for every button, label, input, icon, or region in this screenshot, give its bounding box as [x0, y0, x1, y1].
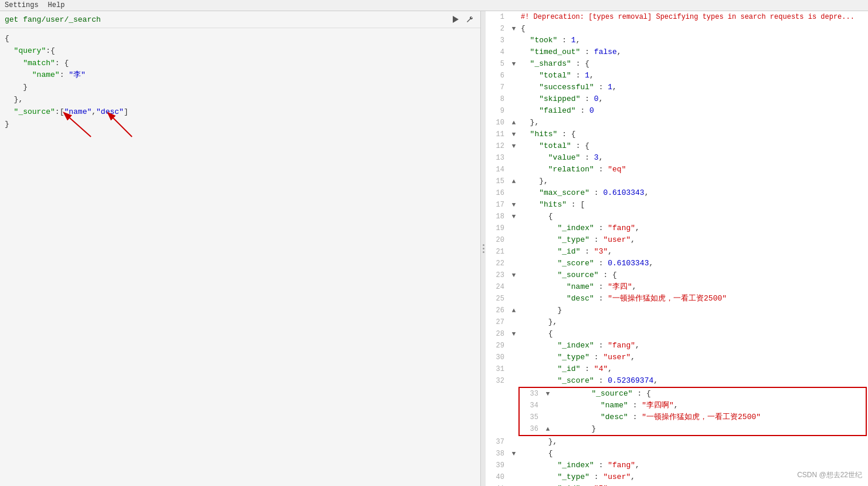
wrench-icon[interactable]: [464, 14, 476, 25]
json-line-34: 34 "name" : "李四啊",: [520, 400, 866, 411]
json-line-19: 19 "_index" : "fang",: [486, 222, 868, 234]
deprecation-text: #! Deprecation: [types removal] Specifyi…: [518, 11, 868, 23]
right-panel: 1 #! Deprecation: [types removal] Specif…: [486, 11, 868, 486]
json-line-16: 16 "max_score" : 0.6103343,: [486, 187, 868, 199]
help-menu[interactable]: Help: [48, 1, 65, 9]
settings-menu[interactable]: Settings: [5, 1, 39, 9]
json-line-11: 11 ▼ "hits" : {: [486, 129, 868, 140]
json-line-15: 15 ▲ },: [486, 176, 868, 187]
url-bar: get fang/user/_search: [0, 11, 480, 28]
json-line-38: 38 ▼ {: [486, 448, 868, 460]
divider-dots: [483, 244, 484, 253]
json-line-14: 14 "relation" : "eq": [486, 164, 868, 176]
json-line-1: 1 #! Deprecation: [types removal] Specif…: [486, 11, 868, 23]
request-url: get fang/user/_search: [5, 15, 447, 24]
code-line-4: "name": "李": [5, 69, 476, 82]
json-line-22: 22 "_score" : 0.6103343,: [486, 258, 868, 269]
json-line-29: 29 "_index" : "fang",: [486, 340, 868, 352]
code-line-7: "_source":["name","desc"]: [5, 106, 476, 119]
json-line-23: 23 ▼ "_source" : {: [486, 269, 868, 281]
json-line-18: 18 ▼ {: [486, 211, 868, 222]
json-line-24: 24 "name" : "李四",: [486, 281, 868, 293]
code-line-5: }: [5, 82, 476, 94]
json-line-13: 13 "value" : 3,: [486, 152, 868, 164]
json-line-37: 37 },: [486, 436, 868, 448]
json-line-30: 30 "_type" : "user",: [486, 352, 868, 363]
code-editor[interactable]: { "query":{ "match": { "name": "李" } }, …: [0, 28, 480, 486]
json-line-5: 5 ▼ "_shards" : {: [486, 58, 868, 70]
main-content: get fang/user/_search { "query":{ "match…: [0, 11, 868, 486]
json-line-33: 33 ▼ "_source" : {: [520, 388, 866, 400]
json-line-25: 25 "desc" : "一顿操作猛如虎，一看工资2500": [486, 293, 868, 305]
json-line-28: 28 ▼ {: [486, 328, 868, 340]
json-line-26: 26 ▲ }: [486, 305, 868, 316]
highlight-box: 33 ▼ "_source" : { 34 "name" : "李四啊", 35: [518, 387, 867, 436]
json-line-35: 35 "desc" : "一顿操作猛如虎，一看工资2500": [520, 411, 866, 423]
json-line-12: 12 ▼ "total" : {: [486, 140, 868, 152]
json-line-36: 36 ▲ }: [520, 423, 866, 435]
json-line-27: 27 },: [486, 316, 868, 328]
json-line-17: 17 ▼ "hits" : [: [486, 199, 868, 211]
json-line-21: 21 "_id" : "3",: [486, 246, 868, 258]
response-content[interactable]: 1 #! Deprecation: [types removal] Specif…: [486, 11, 868, 486]
json-line-3: 3 "took" : 1,: [486, 35, 868, 46]
code-line-2: "query":{: [5, 45, 476, 58]
json-line-41: 41 "_id" : "5",: [486, 483, 868, 486]
code-line-8: }: [5, 119, 476, 131]
play-icon[interactable]: [450, 14, 462, 25]
code-line-1: {: [5, 33, 476, 45]
json-line-31: 31 "_id" : "4",: [486, 363, 868, 375]
json-line-2: 2 ▼ {: [486, 23, 868, 35]
json-line-10: 10 ▲ },: [486, 117, 868, 129]
watermark: CSDN @想去22世纪: [797, 470, 862, 480]
json-line-9: 9 "failed" : 0: [486, 105, 868, 117]
json-line-8: 8 "skipped" : 0,: [486, 93, 868, 105]
code-line-3: "match": {: [5, 58, 476, 70]
lines-container: 1 #! Deprecation: [types removal] Specif…: [486, 11, 868, 486]
json-line-4: 4 "timed_out" : false,: [486, 46, 868, 58]
json-line-39: 39 "_index" : "fang",: [486, 460, 868, 471]
panel-divider[interactable]: [481, 11, 486, 486]
menu-bar: Settings Help: [0, 0, 868, 11]
json-line-20: 20 "_type" : "user",: [486, 234, 868, 246]
left-panel: get fang/user/_search { "query":{ "match…: [0, 11, 481, 486]
url-icons: [450, 14, 476, 25]
json-line-7: 7 "successful" : 1,: [486, 82, 868, 93]
svg-marker-0: [453, 16, 459, 23]
json-line-32: 32 "_score" : 0.52369374,: [486, 375, 868, 387]
json-line-6: 6 "total" : 1,: [486, 70, 868, 82]
code-line-6: },: [5, 94, 476, 106]
